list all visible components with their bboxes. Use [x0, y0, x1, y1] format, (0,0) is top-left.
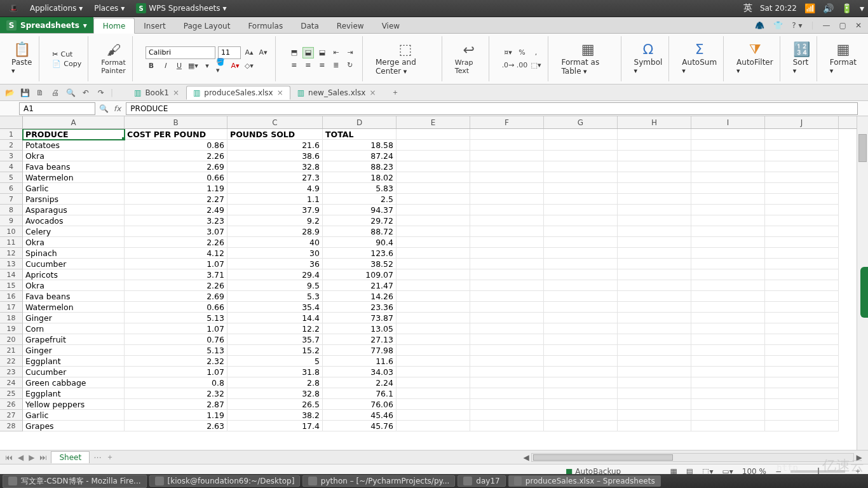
cell[interactable] — [618, 291, 691, 302]
cell[interactable] — [691, 291, 765, 302]
cell[interactable]: 34.03 — [323, 367, 397, 377]
cell[interactable]: 5.13 — [125, 345, 227, 356]
clear-format-button[interactable]: ◇▾ — [243, 60, 255, 72]
cell[interactable] — [470, 226, 544, 237]
cell[interactable] — [691, 302, 765, 313]
cell[interactable] — [618, 367, 691, 377]
orientation-icon[interactable]: ↻ — [344, 60, 356, 71]
cell[interactable] — [765, 226, 839, 237]
spreadsheet-grid[interactable]: ABCDEFGHIJ 1PRODUCECOST PER POUNDPOUNDS … — [0, 116, 857, 450]
taskbar-item[interactable]: produceSales.xlsx – Spreadsheets — [508, 475, 661, 487]
cell[interactable]: 13.05 — [323, 323, 397, 334]
cell[interactable] — [765, 345, 839, 356]
col-header[interactable]: F — [470, 116, 544, 128]
cell[interactable] — [470, 172, 544, 183]
align-center-icon[interactable]: ≡ — [302, 60, 314, 71]
cell[interactable] — [691, 172, 765, 183]
cell[interactable] — [544, 291, 618, 302]
cell[interactable] — [765, 140, 839, 151]
indent-decrease-icon[interactable]: ⇤ — [330, 47, 342, 58]
cell[interactable]: 38.6 — [227, 151, 323, 161]
cell[interactable]: 40 — [227, 237, 323, 248]
row-header[interactable]: 15 — [0, 280, 23, 291]
cell[interactable]: Cucumber — [23, 259, 125, 269]
cell[interactable] — [618, 313, 691, 323]
cell[interactable]: Fava beans — [23, 291, 125, 302]
dec-decimal-icon[interactable]: .00 — [516, 60, 527, 71]
cell[interactable] — [470, 399, 544, 410]
cell[interactable] — [397, 151, 470, 161]
cell[interactable] — [544, 151, 618, 161]
cell[interactable]: 35.7 — [227, 334, 323, 345]
cell[interactable]: Yellow peppers — [23, 399, 125, 410]
cell[interactable] — [691, 377, 765, 388]
paste-icon[interactable]: 📋 — [13, 43, 31, 57]
cell[interactable] — [544, 302, 618, 313]
cell-style-button[interactable]: ▾ — [201, 60, 213, 72]
col-header[interactable]: J — [765, 116, 839, 128]
print-icon[interactable]: 🖨 — [50, 87, 61, 98]
cell[interactable] — [397, 183, 470, 194]
cell[interactable] — [470, 259, 544, 269]
cell[interactable] — [470, 129, 544, 140]
row-header[interactable]: 13 — [0, 259, 23, 269]
cell[interactable]: 9.5 — [227, 280, 323, 291]
cell[interactable] — [618, 248, 691, 259]
copy-button[interactable]: Copy — [64, 60, 81, 68]
cell[interactable] — [397, 291, 470, 302]
cell[interactable] — [691, 129, 765, 140]
cell[interactable] — [397, 367, 470, 377]
cell[interactable] — [544, 334, 618, 345]
cell[interactable] — [765, 194, 839, 205]
cell[interactable] — [691, 161, 765, 172]
cell[interactable] — [470, 151, 544, 161]
cell[interactable] — [765, 237, 839, 248]
sheet-tab[interactable]: Sheet — [51, 451, 90, 463]
cell[interactable] — [765, 151, 839, 161]
justify-icon[interactable]: ≣ — [330, 60, 342, 71]
cell[interactable] — [691, 313, 765, 323]
cell[interactable] — [691, 140, 765, 151]
cell[interactable] — [618, 345, 691, 356]
cell[interactable]: POUNDS SOLD — [227, 129, 323, 140]
cell[interactable]: 3.71 — [125, 269, 227, 280]
cell[interactable] — [470, 183, 544, 194]
cell[interactable] — [470, 215, 544, 226]
cell[interactable]: 2.69 — [125, 161, 227, 172]
cell[interactable] — [765, 129, 839, 140]
cell[interactable]: Avocados — [23, 215, 125, 226]
cell[interactable] — [765, 388, 839, 399]
cell[interactable] — [470, 291, 544, 302]
wifi-icon[interactable]: 📶 — [804, 3, 815, 13]
row-header[interactable]: 1 — [0, 129, 23, 140]
cell[interactable]: 36 — [227, 259, 323, 269]
cell[interactable]: 15.2 — [227, 345, 323, 356]
battery-icon[interactable]: 🔋 — [841, 3, 852, 13]
row-header[interactable]: 26 — [0, 399, 23, 410]
clock[interactable]: Sat 20:22 — [760, 4, 797, 13]
cell[interactable]: Okra — [23, 237, 125, 248]
cell[interactable] — [618, 377, 691, 388]
cell[interactable]: 2.69 — [125, 291, 227, 302]
menu-tab-data[interactable]: Data — [292, 18, 328, 33]
cell[interactable]: Potatoes — [23, 140, 125, 151]
doc-tab[interactable]: ▥new_Sales.xlsx× — [290, 86, 383, 100]
cell[interactable] — [397, 356, 470, 367]
cell[interactable] — [544, 172, 618, 183]
paste-button[interactable]: Paste ▾ — [11, 58, 32, 75]
cell[interactable]: 3.07 — [125, 226, 227, 237]
tshirt-icon[interactable]: 👕 — [771, 20, 785, 31]
cell[interactable] — [544, 367, 618, 377]
cell[interactable]: 0.76 — [125, 334, 227, 345]
taskbar-item[interactable]: [kiosk@foundation69:~/Desktop] — [149, 475, 301, 487]
cell[interactable]: 4.9 — [227, 183, 323, 194]
cell[interactable]: PRODUCE — [23, 129, 125, 140]
cell[interactable] — [765, 259, 839, 269]
cell[interactable] — [618, 269, 691, 280]
cell[interactable]: 29.4 — [227, 269, 323, 280]
cell[interactable]: 2.26 — [125, 280, 227, 291]
cell[interactable] — [470, 323, 544, 334]
cell[interactable]: 109.07 — [323, 269, 397, 280]
cell[interactable] — [544, 313, 618, 323]
cell[interactable] — [691, 215, 765, 226]
